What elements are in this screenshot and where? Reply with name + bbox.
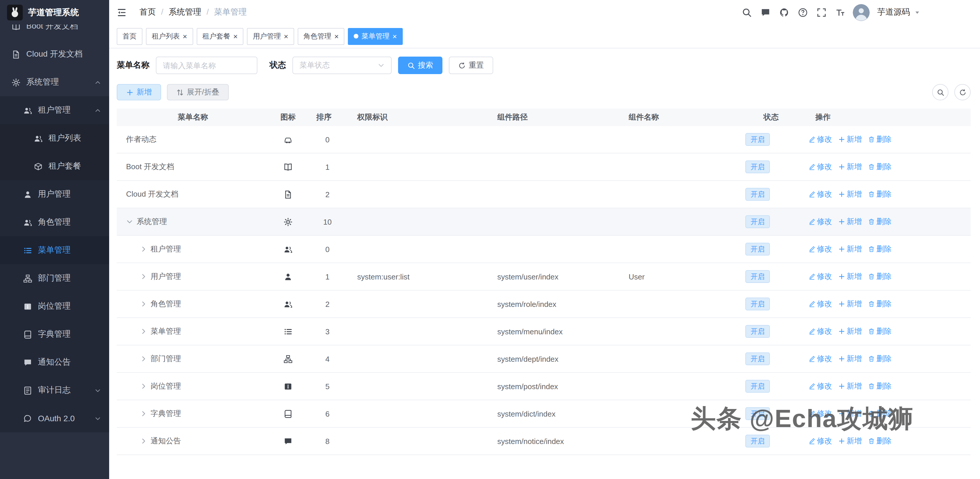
tab-close-icon[interactable]: × bbox=[233, 32, 237, 40]
username[interactable]: 芋道源码 bbox=[877, 7, 910, 17]
sidebar-item[interactable]: Cloud 开发文档 bbox=[0, 40, 109, 68]
sidebar-item[interactable]: 部门管理 bbox=[0, 264, 109, 292]
tab[interactable]: 租户套餐 × bbox=[196, 28, 243, 44]
delete-link[interactable]: 删除 bbox=[868, 189, 892, 200]
add-link[interactable]: 新增 bbox=[838, 381, 862, 392]
add-link[interactable]: 新增 bbox=[838, 216, 862, 227]
sidebar-item[interactable]: 角色管理 bbox=[0, 208, 109, 236]
status-badge[interactable]: 开启 bbox=[745, 133, 770, 146]
add-link[interactable]: 新增 bbox=[838, 271, 862, 282]
chevron-right-icon[interactable] bbox=[140, 383, 147, 390]
delete-link[interactable]: 删除 bbox=[868, 162, 892, 172]
add-link[interactable]: 新增 bbox=[838, 162, 862, 172]
add-link[interactable]: 新增 bbox=[838, 408, 862, 419]
sidebar-item[interactable]: 通知公告 bbox=[0, 348, 109, 376]
delete-link[interactable]: 删除 bbox=[868, 271, 892, 282]
add-link[interactable]: 新增 bbox=[838, 299, 862, 309]
fontsize-icon[interactable] bbox=[835, 7, 845, 17]
add-link[interactable]: 新增 bbox=[838, 189, 862, 200]
status-badge[interactable]: 开启 bbox=[745, 243, 770, 255]
edit-link[interactable]: 修改 bbox=[808, 216, 832, 227]
chevron-down-icon[interactable] bbox=[126, 218, 133, 225]
tab[interactable]: 首页 × bbox=[117, 28, 142, 44]
status-badge[interactable]: 开启 bbox=[745, 298, 770, 310]
app-logo[interactable]: 芋道管理系统 bbox=[0, 0, 109, 24]
chevron-right-icon[interactable] bbox=[140, 410, 147, 417]
status-badge[interactable]: 开启 bbox=[745, 160, 770, 173]
tab[interactable]: 租户列表 × bbox=[146, 28, 193, 44]
tab-close-icon[interactable]: × bbox=[334, 32, 339, 40]
sidebar-item[interactable]: 租户列表 bbox=[0, 124, 109, 152]
edit-link[interactable]: 修改 bbox=[808, 354, 832, 364]
expand-collapse-button[interactable]: 展开/折叠 bbox=[167, 84, 229, 100]
delete-link[interactable]: 删除 bbox=[868, 436, 892, 446]
delete-link[interactable]: 删除 bbox=[868, 216, 892, 227]
tab[interactable]: 菜单管理 × bbox=[348, 28, 403, 44]
status-badge[interactable]: 开启 bbox=[745, 270, 770, 283]
menu-fold-icon[interactable] bbox=[117, 7, 127, 17]
sidebar-item[interactable]: 岗位管理 bbox=[0, 292, 109, 320]
chevron-right-icon[interactable] bbox=[140, 273, 147, 280]
add-link[interactable]: 新增 bbox=[838, 436, 862, 446]
add-link[interactable]: 新增 bbox=[838, 326, 862, 337]
edit-link[interactable]: 修改 bbox=[808, 326, 832, 337]
tab-close-icon[interactable]: × bbox=[183, 32, 187, 40]
refresh-table-button[interactable] bbox=[954, 84, 970, 100]
add-link[interactable]: 新增 bbox=[838, 244, 862, 254]
chevron-right-icon[interactable] bbox=[140, 328, 147, 335]
edit-link[interactable]: 修改 bbox=[808, 162, 832, 172]
fullscreen-icon[interactable] bbox=[816, 7, 826, 17]
user-avatar[interactable] bbox=[853, 4, 870, 21]
sidebar-item[interactable]: 租户套餐 bbox=[0, 152, 109, 180]
delete-link[interactable]: 删除 bbox=[868, 354, 892, 364]
status-badge[interactable]: 开启 bbox=[745, 188, 770, 201]
tab-close-icon[interactable]: × bbox=[284, 32, 288, 40]
breadcrumb-item[interactable]: 菜单管理 bbox=[214, 7, 247, 17]
status-badge[interactable]: 开启 bbox=[745, 352, 770, 365]
status-badge[interactable]: 开启 bbox=[745, 435, 770, 447]
edit-link[interactable]: 修改 bbox=[808, 244, 832, 254]
sidebar-item[interactable]: 用户管理 bbox=[0, 180, 109, 208]
add-button[interactable]: 新增 bbox=[117, 84, 161, 100]
sidebar-item[interactable]: 系统管理 bbox=[0, 68, 109, 96]
edit-link[interactable]: 修改 bbox=[808, 271, 832, 282]
delete-link[interactable]: 删除 bbox=[868, 381, 892, 392]
status-badge[interactable]: 开启 bbox=[745, 325, 770, 338]
chat-icon[interactable] bbox=[760, 7, 770, 17]
edit-link[interactable]: 修改 bbox=[808, 299, 832, 309]
edit-link[interactable]: 修改 bbox=[808, 134, 832, 145]
edit-link[interactable]: 修改 bbox=[808, 436, 832, 446]
search-icon[interactable] bbox=[742, 7, 752, 17]
edit-link[interactable]: 修改 bbox=[808, 381, 832, 392]
tab-close-icon[interactable]: × bbox=[393, 32, 397, 40]
help-icon[interactable] bbox=[798, 7, 808, 17]
reset-button[interactable]: 重置 bbox=[449, 57, 493, 74]
chevron-right-icon[interactable] bbox=[140, 438, 147, 444]
caret-down-icon[interactable] bbox=[914, 9, 921, 16]
delete-link[interactable]: 删除 bbox=[868, 326, 892, 337]
tab[interactable]: 用户管理 × bbox=[247, 28, 294, 44]
sidebar-item[interactable]: Boot 开发文档 bbox=[0, 24, 109, 40]
delete-link[interactable]: 删除 bbox=[868, 134, 892, 145]
breadcrumb-item[interactable]: 首页 bbox=[140, 7, 169, 17]
delete-link[interactable]: 删除 bbox=[868, 244, 892, 254]
search-button[interactable]: 搜索 bbox=[398, 57, 442, 74]
add-link[interactable]: 新增 bbox=[838, 134, 862, 145]
chevron-right-icon[interactable] bbox=[140, 300, 147, 308]
delete-link[interactable]: 删除 bbox=[868, 299, 892, 309]
edit-link[interactable]: 修改 bbox=[808, 189, 832, 200]
delete-link[interactable]: 删除 bbox=[868, 408, 892, 419]
sidebar-item[interactable]: 字典管理 bbox=[0, 320, 109, 348]
add-link[interactable]: 新增 bbox=[838, 354, 862, 364]
sidebar-item[interactable]: 审计日志 bbox=[0, 376, 109, 404]
sidebar-item[interactable]: 租户管理 bbox=[0, 96, 109, 124]
sidebar-item[interactable]: OAuth 2.0 bbox=[0, 404, 109, 432]
status-badge[interactable]: 开启 bbox=[745, 407, 770, 420]
status-badge[interactable]: 开启 bbox=[745, 215, 770, 228]
chevron-right-icon[interactable] bbox=[140, 355, 147, 362]
status-select[interactable]: 菜单状态 bbox=[293, 57, 391, 74]
chevron-right-icon[interactable] bbox=[140, 246, 147, 253]
status-badge[interactable]: 开启 bbox=[745, 380, 770, 393]
tab[interactable]: 角色管理 × bbox=[298, 28, 345, 44]
toggle-search-button[interactable] bbox=[932, 84, 948, 100]
